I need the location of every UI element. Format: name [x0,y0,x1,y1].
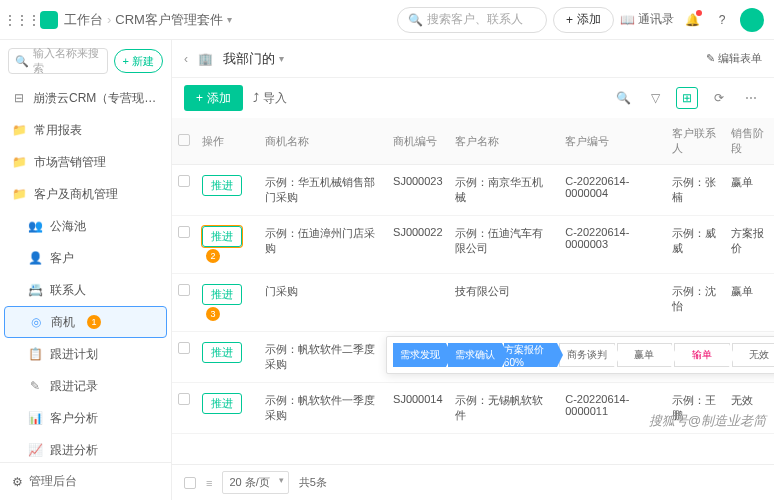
avatar[interactable] [740,8,764,32]
select-all-checkbox[interactable] [178,134,190,146]
push-button[interactable]: 推进 [202,175,242,196]
cell-stage: 赢单 [725,274,774,332]
nav-label: 公海池 [50,218,86,235]
badge: 1 [87,315,101,329]
select-all-checkbox[interactable] [184,477,196,489]
dept-select[interactable]: 我部门的 ▾ [223,50,284,68]
nav-label: 跟进计划 [50,346,98,363]
cell-name: 门采购 [259,274,387,332]
help-icon[interactable]: ? [710,8,734,32]
col-header[interactable]: 客户编号 [559,118,666,165]
stage-方案报价 60%[interactable]: 方案报价 60% [504,343,557,367]
crumb-suite[interactable]: CRM客户管理套件 [115,11,223,29]
push-button[interactable]: 推进 [202,342,242,363]
nav-icon: 📁 [12,155,26,169]
nav-icon: 📁 [12,123,26,137]
search-tool-icon[interactable]: 🔍 [612,87,634,109]
cell-name: 示例：帆软软件一季度采购 [259,383,387,434]
table-row[interactable]: 推进3门采购技有限公司示例：沈怡赢单 [172,274,774,332]
col-header[interactable]: 销售阶段 [725,118,774,165]
stage-需求发现[interactable]: 需求发现 [393,343,446,367]
sidebar-item-跟进记录[interactable]: ✎跟进记录 [0,370,171,402]
col-header[interactable]: 客户联系人 [666,118,726,165]
row-checkbox[interactable] [178,226,190,238]
plus-icon: + [196,91,203,105]
sidebar-item-市场营销管理[interactable]: 📁市场营销管理 [0,146,171,178]
sidebar-item-跟进计划[interactable]: 📋跟进计划 [0,338,171,370]
admin-link[interactable]: ⚙ 管理后台 [0,462,171,500]
sidebar-item-联系人[interactable]: 📇联系人 [0,274,171,306]
sidebar-item-客户分析[interactable]: 📊客户分析 [0,402,171,434]
sidebar-item[interactable]: ⊟崩溃云CRM（专营现购） [0,82,171,114]
collapse-icon[interactable]: ‹ [184,52,188,66]
nav-icon: ✎ [28,379,42,393]
nav-label: 联系人 [50,282,86,299]
sidebar-search[interactable]: 🔍 输入名称来搜索 [8,48,108,74]
add-record-button[interactable]: + 添加 [184,85,243,111]
col-header[interactable]: 客户名称 [449,118,560,165]
stage-无效[interactable]: 无效 [732,343,774,367]
chevron-down-icon[interactable]: ▾ [227,14,232,25]
apps-icon[interactable]: ⋮⋮⋮ [10,8,34,32]
chevron-right-icon: › [107,12,111,27]
sidebar-item-客户[interactable]: 👤客户 [0,242,171,274]
nav-icon: 📈 [28,443,42,457]
admin-label: 管理后台 [29,473,77,490]
new-button[interactable]: + 新建 [114,49,163,73]
push-button[interactable]: 推进 [202,226,242,247]
nav-icon: ◎ [29,315,43,329]
sidebar-item-公海池[interactable]: 👥公海池 [0,210,171,242]
dept-label: 我部门的 [223,50,275,68]
col-header[interactable]: 操作 [196,118,259,165]
pencil-icon: ✎ [706,52,715,65]
page-size-select[interactable]: 20 条/页 [222,471,288,494]
row-checkbox[interactable] [178,393,190,405]
crumb-workbench[interactable]: 工作台 [64,11,103,29]
nav-label: 客户分析 [50,410,98,427]
stage-赢单[interactable]: 赢单 [617,343,672,367]
stage-需求确认[interactable]: 需求确认 [448,343,501,367]
nav-label: 客户及商机管理 [34,186,118,203]
sidebar-item-商机[interactable]: ◎商机1 [4,306,167,338]
more-icon[interactable]: ⋯ [740,87,762,109]
filter-icon[interactable]: ▽ [644,87,666,109]
stage-输单[interactable]: 输单 [674,343,729,367]
search-placeholder: 搜索客户、联系人 [427,11,523,28]
add-button[interactable]: + 添加 [553,7,614,33]
push-button[interactable]: 推进 [202,393,242,414]
push-button[interactable]: 推进 [202,284,242,305]
contacts-button[interactable]: 📖 通讯录 [620,8,674,32]
nav-label: 常用报表 [34,122,82,139]
nav-icon: 👥 [28,219,42,233]
sidebar-item-客户及商机管理[interactable]: 📁客户及商机管理 [0,178,171,210]
batch-icon[interactable]: ≡ [206,477,212,489]
col-header[interactable]: 商机名称 [259,118,387,165]
edit-form-label: 编辑表单 [718,51,762,66]
table-row[interactable]: 推进示例：华五机械销售部门采购SJ000023示例：南京华五机械C-202206… [172,165,774,216]
view-icon[interactable]: ⊞ [676,87,698,109]
nav-label: 客户 [50,250,74,267]
row-checkbox[interactable] [178,175,190,187]
nav-label: 商机 [51,314,75,331]
cell-contact: 示例：沈怡 [666,274,726,332]
cell-contact: 示例：张楠 [666,165,726,216]
sidebar-item-跟进分析[interactable]: 📈跟进分析 [0,434,171,462]
cell-cust-code: C-20220614-0000003 [559,216,666,274]
col-header[interactable]: 商机编号 [387,118,449,165]
upload-icon: ⤴ [253,91,259,105]
bell-icon[interactable]: 🔔 [680,8,704,32]
table-row[interactable]: 推进2示例：伍迪漳州门店采购SJ000022示例：伍迪汽车有限公司C-20220… [172,216,774,274]
sidebar-item-常用报表[interactable]: 📁常用报表 [0,114,171,146]
nav-icon: 👤 [28,251,42,265]
folder-icon: ⊟ [12,91,25,105]
row-checkbox[interactable] [178,284,190,296]
refresh-icon[interactable]: ⟳ [708,87,730,109]
search-input[interactable]: 🔍 搜索客户、联系人 [397,7,547,33]
import-button[interactable]: ⤴ 导入 [253,90,287,107]
stage-商务谈判[interactable]: 商务谈判 [559,343,614,367]
cell-cust-code [559,274,666,332]
contacts-icon: 📖 [620,13,635,27]
badge: 3 [206,307,220,321]
edit-form-link[interactable]: ✎ 编辑表单 [706,51,762,66]
row-checkbox[interactable] [178,342,190,354]
